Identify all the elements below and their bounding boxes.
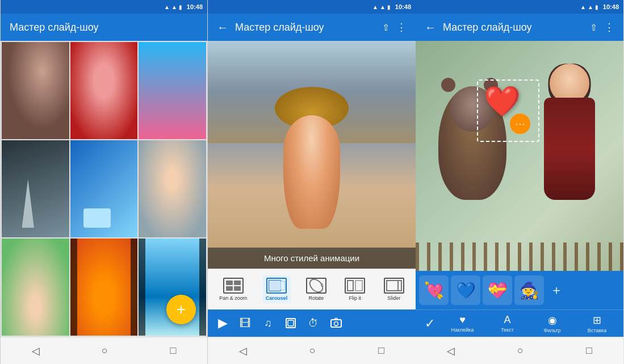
- photo-icon: [330, 317, 342, 329]
- wifi-icon-2: ▲: [380, 4, 386, 10]
- text-action[interactable]: A Текст: [485, 314, 529, 333]
- phone-1: ▲ ▲ ▮ 10:48 Мастер слайд-шоу: [0, 0, 208, 364]
- share-icon-3[interactable]: ⇧: [590, 22, 597, 33]
- frame-button[interactable]: [280, 313, 301, 333]
- sticker-panel: 💘 💙 💝 🧙 ＋: [416, 271, 623, 309]
- transition-bar: Pan & zoom Carousel ↻ Rotate Fl: [208, 269, 416, 309]
- fab-icon: +: [177, 300, 186, 319]
- sticker-action-icon: ♥: [459, 314, 466, 326]
- back-arrow-3[interactable]: ←: [425, 21, 436, 34]
- fence: [416, 242, 623, 271]
- heart-sticker[interactable]: ❤️: [484, 86, 521, 116]
- gallery-cell-2[interactable]: [70, 42, 138, 139]
- transition-flip[interactable]: Flip it: [341, 275, 368, 303]
- insert-action[interactable]: ⊞ Вставка: [575, 314, 619, 333]
- frame-icon: [285, 317, 296, 329]
- sticker-wizard[interactable]: 🧙: [514, 275, 544, 305]
- battery-icon-3: ▮: [595, 4, 598, 10]
- back-button-1[interactable]: ◁: [32, 345, 40, 357]
- app-title-1: Мастер слайд-шоу: [10, 22, 198, 34]
- back-arrow-2[interactable]: ←: [217, 21, 228, 34]
- back-button-3[interactable]: ◁: [447, 345, 455, 357]
- recent-button-2[interactable]: □: [378, 345, 384, 357]
- signal-icon-3: ▲: [580, 4, 586, 10]
- status-bar-3: ▲ ▲ ▮ 10:48: [416, 0, 623, 14]
- timer-button[interactable]: ⏱: [303, 313, 324, 333]
- sticker-action[interactable]: ♥ Наклейка: [441, 314, 484, 333]
- more-icon-2[interactable]: ⋮: [396, 21, 407, 34]
- svg-point-3: [334, 322, 338, 326]
- recent-button-1[interactable]: □: [170, 345, 176, 357]
- carousel-label: Carousel: [266, 295, 288, 301]
- app-bar-3: ← Мастер слайд-шоу ⇧ ⋮: [416, 14, 623, 41]
- status-time-2: 10:48: [395, 3, 411, 10]
- bottom-nav-1: ◁ ○ □: [1, 337, 207, 364]
- editor-toolbar: ▶ 🎞 ♫ ⏱: [208, 309, 416, 337]
- wifi-icon: ▲: [171, 4, 177, 10]
- home-button-2[interactable]: ○: [309, 345, 316, 357]
- transition-slider[interactable]: Slider: [380, 275, 408, 303]
- home-button-3[interactable]: ○: [517, 345, 524, 357]
- status-icons-3: ▲ ▲ ▮: [580, 4, 598, 10]
- transition-rotate[interactable]: ↻ Rotate: [303, 275, 330, 303]
- battery-icon-2: ▮: [387, 4, 391, 10]
- gallery-cell-6[interactable]: [139, 140, 206, 237]
- fab-add[interactable]: +: [166, 295, 196, 324]
- rotate-label: Rotate: [308, 295, 324, 301]
- confirm-button[interactable]: ✓: [420, 316, 439, 331]
- gallery-cell-3[interactable]: [139, 42, 206, 139]
- app-title-2: Мастер слайд-шоу: [235, 22, 375, 34]
- status-bar-2: ▲ ▲ ▮ 10:48: [208, 0, 416, 14]
- status-time-3: 10:48: [603, 3, 619, 10]
- share-icon-2[interactable]: ⇧: [382, 22, 390, 33]
- status-icons-1: ▲ ▲ ▮: [164, 4, 182, 10]
- rotate-icon: ↻: [306, 278, 326, 294]
- pan-zoom-icon: [223, 278, 244, 294]
- flip-icon: [345, 278, 365, 294]
- sticker-blue-heart[interactable]: 💙: [451, 275, 480, 305]
- back-button-2[interactable]: ◁: [239, 345, 247, 357]
- sticker-options-button[interactable]: ⋯: [510, 114, 530, 134]
- gallery-grid: [1, 41, 207, 337]
- sticker-gift-heart[interactable]: 💝: [483, 275, 512, 305]
- play-button[interactable]: ▶: [212, 313, 233, 333]
- app-bar-1: Мастер слайд-шоу: [1, 14, 207, 41]
- text-action-icon: A: [504, 314, 510, 326]
- signal-icon-2: ▲: [372, 4, 378, 10]
- slider-label: Slider: [387, 295, 400, 301]
- gallery-cell-4[interactable]: [2, 140, 69, 237]
- gallery-cell-7[interactable]: [2, 239, 69, 336]
- filter-action[interactable]: ◉ Фильтр: [530, 314, 574, 333]
- transition-carousel[interactable]: Carousel: [262, 275, 291, 303]
- action-bar: ✓ ♥ Наклейка A Текст ◉ Фильтр ⊞ Вставка: [416, 309, 623, 337]
- phone-3: ▲ ▲ ▮ 10:48 ← Мастер слайд-шоу ⇧ ⋮: [416, 0, 623, 364]
- recent-button-3[interactable]: □: [586, 345, 592, 357]
- gallery-cell-1[interactable]: [2, 42, 69, 139]
- insert-action-label: Вставка: [588, 328, 606, 333]
- status-bar-1: ▲ ▲ ▮ 10:48: [1, 0, 207, 14]
- gallery-cell-8[interactable]: [70, 239, 138, 336]
- music-button[interactable]: ♫: [258, 313, 278, 333]
- svg-rect-1: [288, 320, 294, 326]
- filter-action-label: Фильтр: [543, 328, 560, 333]
- app-bar-2: ← Мастер слайд-шоу ⇧ ⋮: [208, 14, 416, 41]
- signal-icon: ▲: [164, 4, 170, 10]
- photo-button[interactable]: [326, 313, 346, 333]
- filter-action-icon: ◉: [548, 314, 557, 327]
- sticker-photo-area: ❤️ ⋯: [416, 41, 623, 271]
- more-icon-3[interactable]: ⋮: [604, 21, 614, 34]
- battery-icon: ▮: [179, 4, 182, 10]
- home-button-1[interactable]: ○: [102, 345, 108, 357]
- gallery-cell-5[interactable]: [70, 140, 138, 237]
- flip-label: Flip it: [349, 295, 361, 301]
- sticker-add-button[interactable]: ＋: [546, 275, 567, 305]
- phone-2: ▲ ▲ ▮ 10:48 ← Мастер слайд-шоу ⇧ ⋮ Много…: [208, 0, 416, 364]
- film-button[interactable]: 🎞: [235, 313, 256, 333]
- editor-photo-area: Много стилей анимации: [208, 41, 416, 269]
- sticker-heart-arrow[interactable]: 💘: [419, 275, 449, 305]
- transition-pan-zoom[interactable]: Pan & zoom: [216, 275, 250, 303]
- text-action-label: Текст: [501, 327, 514, 333]
- slider-icon: [384, 278, 404, 294]
- carousel-icon: [266, 278, 287, 294]
- pan-zoom-label: Pan & zoom: [219, 295, 247, 301]
